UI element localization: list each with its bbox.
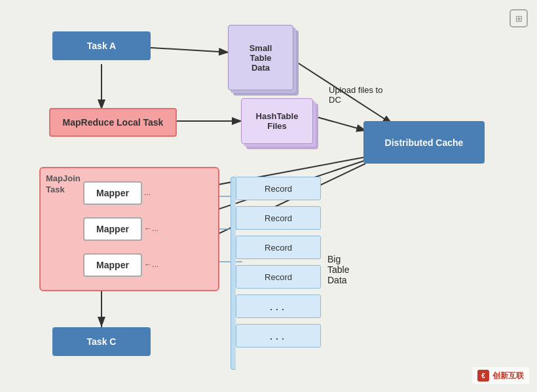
mapreduce-local-label: MapReduce Local Task <box>63 117 164 128</box>
watermark-text: 创新互联 <box>492 370 524 382</box>
watermark: € 创新互联 <box>472 367 529 384</box>
mapper1-box: Mapper <box>83 181 142 205</box>
top-right-icon: ⊞ <box>509 9 528 27</box>
mapreduce-local-box: MapReduce Local Task <box>49 108 177 137</box>
svg-line-1 <box>141 47 229 52</box>
mapjoin-task-label: MapJoin Task <box>46 173 81 194</box>
task-c-label: Task C <box>87 336 117 347</box>
mapper1-label: Mapper <box>96 188 129 198</box>
small-table-label: Small Table Data <box>250 43 272 73</box>
mapper2-dots: ←... <box>144 224 158 233</box>
mapper3-label: Mapper <box>96 260 129 270</box>
task-a-label: Task A <box>87 41 116 51</box>
task-a-box: Task A <box>52 31 151 60</box>
hashtable-label: HashTable Files <box>256 111 299 131</box>
big-table-label: Big Table Data <box>327 254 349 285</box>
mapper3-dots: ←... <box>144 260 158 269</box>
mapper3-box: Mapper <box>83 253 142 277</box>
task-c-box: Task C <box>52 327 151 356</box>
diagram-container: Task A Small Table Data MapReduce Local … <box>0 0 537 392</box>
upload-files-label: Upload files to DC <box>329 85 382 105</box>
watermark-icon: € <box>477 370 489 382</box>
mapper2-label: Mapper <box>96 224 129 234</box>
distributed-cache-box: Distributed Cache <box>363 121 485 164</box>
mapjoin-task-box: MapJoin Task Mapper ... Mapper ←... Mapp… <box>39 167 219 291</box>
mapper1-dots: ... <box>144 188 151 197</box>
distributed-cache-label: Distributed Cache <box>385 137 464 148</box>
mapper2-box: Mapper <box>83 217 142 241</box>
